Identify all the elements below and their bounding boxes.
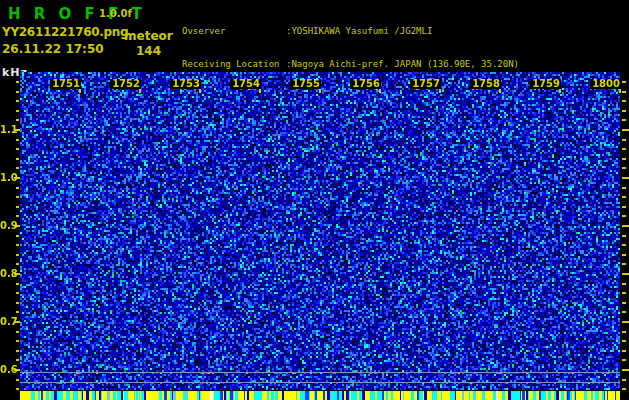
freq-minor-tick-right [622,292,626,294]
freq-minor-tick-left [16,91,19,93]
freq-minor-tick-right [622,119,626,121]
freq-minor-tick-left [16,292,19,294]
observer-row: Ovserver:YOSHIKAWA Yasufumi /JG2MLI [182,26,519,37]
datetime-label: 26.11.22 17:50 [2,42,104,56]
freq-minor-tick-left [16,263,19,265]
freq-minor-tick-left [16,359,19,361]
freq-minor-tick-right [622,158,626,160]
freq-minor-tick-right [622,206,626,208]
freq-label: 0.7 [0,317,13,327]
freq-minor-tick-right [622,139,626,141]
observer-row-value: Nagoya Aichi-pref. JAPAN (136.90E, 35.20… [291,59,519,69]
time-tick [559,89,561,93]
freq-minor-tick-right [622,331,626,333]
time-tick [439,89,441,93]
time-label: 1800 [590,79,621,89]
freq-minor-tick-right [622,359,626,361]
time-tick [499,89,501,93]
freq-minor-tick-right [622,148,626,150]
freq-major-tick-right [622,225,629,227]
time-label: 1752 [110,79,141,89]
freq-minor-tick-right [622,81,626,83]
freq-label: 1.1 [0,125,13,135]
mode-label: meteor [124,29,173,43]
output-filename: YY2611221760.png [2,25,128,39]
freq-minor-tick-left [16,340,19,342]
freq-minor-tick-right [622,167,626,169]
time-label: 1757 [410,79,441,89]
freq-minor-tick-left [16,331,19,333]
freq-minor-tick-right [622,196,626,198]
time-tick [79,89,81,93]
echo-count: 144 [136,44,161,58]
time-tick [619,89,621,93]
freq-label: 0.6 [0,365,13,375]
freq-label: 0.9 [0,221,13,231]
time-label: 1759 [530,79,561,89]
freq-minor-tick-right [622,215,626,217]
freq-minor-tick-right [622,302,626,304]
freq-minor-tick-left [16,139,19,141]
freq-minor-tick-left [16,283,19,285]
freq-minor-tick-left [16,110,19,112]
freq-minor-tick-left [16,81,19,83]
freq-major-tick-right [622,129,629,131]
freq-minor-tick-left [16,196,19,198]
freq-minor-tick-left [16,100,19,102]
freq-minor-tick-left [16,167,19,169]
freq-minor-tick-left [16,187,19,189]
freq-minor-tick-left [16,119,19,121]
freq-minor-tick-right [622,187,626,189]
freq-minor-tick-left [16,235,19,237]
freq-minor-tick-right [622,350,626,352]
freq-label: 0.8 [0,269,13,279]
freq-minor-tick-left [16,388,19,390]
freq-minor-tick-right [622,110,626,112]
time-tick [259,89,261,93]
freq-minor-tick-right [622,388,626,390]
freq-minor-tick-left [16,379,19,381]
freq-major-tick-right [622,177,629,179]
freq-minor-tick-left [16,254,19,256]
freq-minor-tick-right [622,311,626,313]
hrofft-window: H R O F F T 1.0.0f YY2611221760.png mete… [0,0,629,400]
freq-minor-tick-left [16,158,19,160]
observer-row-value: YOSHIKAWA Yasufumi /JG2MLI [291,26,432,36]
time-tick [379,89,381,93]
freq-minor-tick-right [622,263,626,265]
freq-minor-tick-left [16,244,19,246]
freq-minor-tick-right [622,100,626,102]
freq-major-tick-right [622,321,629,323]
freq-minor-tick-right [622,283,626,285]
signal-level-strip [20,391,620,400]
time-label: 1754 [230,79,261,89]
time-tick [139,89,141,93]
observer-row: Receiving Location:Nagoya Aichi-pref. JA… [182,59,519,70]
freq-major-tick-right [622,273,629,275]
freq-minor-tick-left [16,215,19,217]
time-label: 1755 [290,79,321,89]
observer-row-label: Ovserver [182,26,286,37]
freq-minor-tick-left [16,302,19,304]
freq-minor-tick-left [16,311,19,313]
freq-minor-tick-right [622,254,626,256]
app-version: 1.0.0f [99,8,132,19]
time-label: 1753 [170,79,201,89]
freq-minor-tick-right [622,235,626,237]
freq-minor-tick-right [622,340,626,342]
spectrogram-canvas [20,72,620,390]
freq-minor-tick-right [622,244,626,246]
time-label: 1751 [50,79,81,89]
time-tick [319,89,321,93]
time-label: 1756 [350,79,381,89]
time-label: 1758 [470,79,501,89]
observer-row-label: Receiving Location [182,59,286,70]
freq-minor-tick-left [16,206,19,208]
freq-minor-tick-left [16,148,19,150]
freq-minor-tick-right [622,91,626,93]
freq-minor-tick-right [622,379,626,381]
time-tick [199,89,201,93]
freq-minor-tick-left [16,350,19,352]
freq-label: 1.0 [0,173,13,183]
freq-major-tick-right [622,369,629,371]
